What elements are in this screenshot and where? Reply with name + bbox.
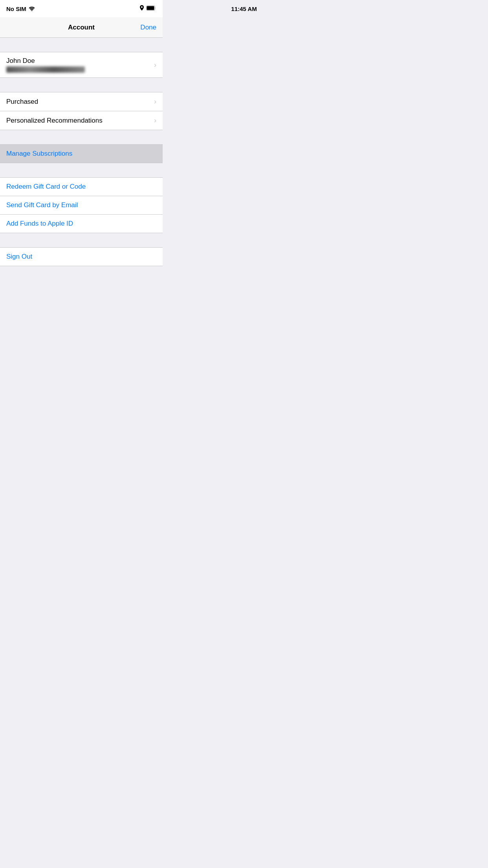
navigation-bar: Account Done (0, 17, 163, 38)
section-gap-2 (0, 78, 163, 92)
wifi-icon (29, 6, 35, 12)
section-gap-4 (0, 163, 163, 177)
sign-out-section: Sign Out (0, 247, 163, 266)
section-gap-1 (0, 38, 163, 52)
battery-icon (146, 5, 156, 13)
user-details: John Doe (6, 57, 85, 73)
purchased-row[interactable]: Purchased › (0, 92, 163, 111)
add-funds-row[interactable]: Add Funds to Apple ID (0, 215, 163, 233)
svg-rect-2 (147, 6, 154, 10)
sign-out-label: Sign Out (6, 253, 32, 261)
personalized-label: Personalized Recommendations (6, 117, 103, 125)
menu-section-1: Purchased › Personalized Recommendations… (0, 92, 163, 130)
redeem-gift-card-row[interactable]: Redeem Gift Card or Code (0, 178, 163, 196)
done-button[interactable]: Done (140, 24, 156, 31)
purchased-chevron: › (154, 97, 156, 106)
page-title: Account (68, 24, 95, 31)
manage-subscriptions-label: Manage Subscriptions (6, 150, 72, 158)
status-bar: No SIM 11:45 AM (0, 0, 163, 17)
user-row-chevron: › (154, 61, 156, 69)
personalized-chevron: › (154, 116, 156, 125)
location-icon (140, 5, 144, 13)
manage-subscriptions-section: Manage Subscriptions (0, 144, 163, 163)
section-gap-5 (0, 233, 163, 247)
user-info-row[interactable]: John Doe › (0, 52, 163, 77)
purchased-label: Purchased (6, 98, 38, 106)
gift-card-section: Redeem Gift Card or Code Send Gift Card … (0, 177, 163, 233)
manage-subscriptions-row[interactable]: Manage Subscriptions (0, 145, 163, 163)
user-section: John Doe › (0, 52, 163, 78)
add-funds-label: Add Funds to Apple ID (6, 220, 73, 228)
svg-point-0 (31, 10, 32, 11)
section-gap-3 (0, 130, 163, 144)
send-gift-card-row[interactable]: Send Gift Card by Email (0, 196, 163, 215)
redeem-gift-card-label: Redeem Gift Card or Code (6, 183, 86, 191)
carrier-text: No SIM (6, 6, 26, 12)
send-gift-card-label: Send Gift Card by Email (6, 201, 78, 209)
status-carrier-wifi: No SIM (6, 6, 35, 12)
user-name: John Doe (6, 57, 85, 65)
personalized-recommendations-row[interactable]: Personalized Recommendations › (0, 111, 163, 130)
sign-out-row[interactable]: Sign Out (0, 248, 163, 266)
user-email-blurred (6, 66, 85, 73)
bottom-fill (0, 266, 163, 345)
status-icons (140, 5, 156, 13)
